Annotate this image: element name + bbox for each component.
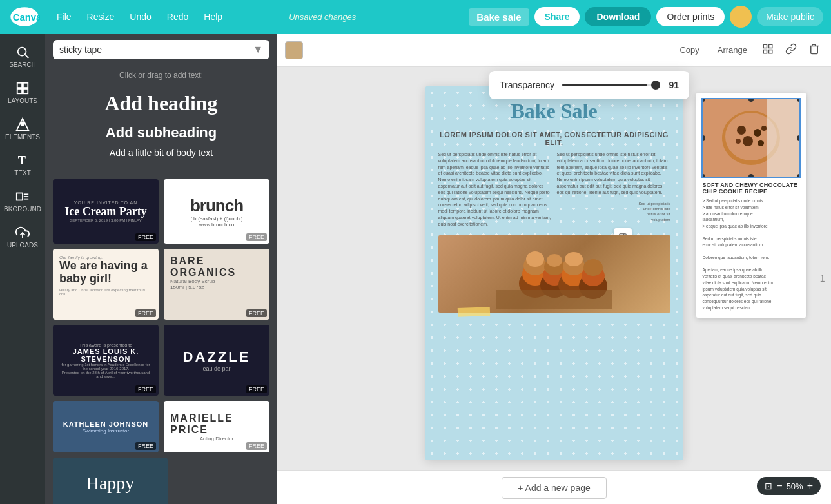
add-body-button[interactable]: Add a little bit of body text xyxy=(53,145,269,163)
sidebar-search-label: SEARCH xyxy=(9,61,36,68)
search-bar-area: ▼ xyxy=(45,34,277,66)
template-card-award[interactable]: This award is presented to JAMES LOUIS K… xyxy=(53,325,159,396)
add-heading-button[interactable]: Add heading xyxy=(53,86,269,121)
sidebar-item-uploads[interactable]: UPLOADS xyxy=(0,219,45,255)
undo-button[interactable]: Undo xyxy=(124,9,156,24)
sidebar-item-search[interactable]: SEARCH xyxy=(0,39,45,75)
nav-right-actions: Bake sale Share Download Order prints Ma… xyxy=(469,6,823,28)
sidebar-elements-label: ELEMENTS xyxy=(5,133,40,141)
template-row-5: Happy xyxy=(53,458,269,504)
kathleen-name: KATHLEEN JOHNSON xyxy=(63,420,149,428)
download-button[interactable]: Download xyxy=(585,7,651,26)
svg-rect-6 xyxy=(17,89,22,93)
grid-icon-button[interactable] xyxy=(759,40,777,60)
canvas-scroll-area[interactable]: Bake Sale LOREM IPSUM DOLOR SIT AMET, CO… xyxy=(277,67,831,470)
recipe-body: > Sed ut perspiciatis unde omnis > iste … xyxy=(703,198,799,311)
transparency-value: 91 xyxy=(663,80,679,90)
text-templates-section: Add heading Add subheading Add a little … xyxy=(53,84,269,166)
resize-button[interactable]: Resize xyxy=(82,9,120,24)
section-divider xyxy=(53,170,269,170)
sidebar-item-background[interactable]: BKGROUND xyxy=(0,183,45,219)
search-input-wrapper[interactable]: ▼ xyxy=(53,40,269,59)
svg-point-43 xyxy=(736,139,741,144)
svg-line-3 xyxy=(25,55,28,58)
search-icon xyxy=(15,45,30,59)
color-swatch[interactable] xyxy=(285,41,303,59)
zoom-in-button[interactable]: + xyxy=(807,481,813,491)
svg-rect-18 xyxy=(763,50,767,53)
svg-point-2 xyxy=(18,48,26,56)
template-card-happy[interactable]: Happy xyxy=(53,458,168,504)
cookie-photo[interactable] xyxy=(703,99,799,177)
add-page-button[interactable]: + Add a new page xyxy=(502,477,607,499)
selection-handle-bm xyxy=(748,174,754,177)
left-panel: ▼ Click or drag to add text: Add heading… xyxy=(45,34,277,504)
svg-rect-17 xyxy=(769,44,772,48)
transparency-track xyxy=(562,84,647,86)
sidebar-uploads-label: UPLOADS xyxy=(7,242,38,249)
file-menu-button[interactable]: File xyxy=(52,9,77,24)
main-layout: SEARCH LAYOUTS ELEMENTS T TEXT xyxy=(0,34,831,504)
free-badge-marielle: FREE xyxy=(246,442,267,450)
arrange-button[interactable]: Arrange xyxy=(711,42,754,58)
order-prints-button[interactable]: Order prints xyxy=(656,7,725,26)
free-badge-brunch: FREE xyxy=(246,233,267,241)
sidebar-item-layouts[interactable]: LAYOUTS xyxy=(0,75,45,111)
canva-logo[interactable]: Canva xyxy=(8,5,41,28)
svg-point-34 xyxy=(583,259,603,276)
design-canvas[interactable]: Bake Sale LOREM IPSUM DOLOR SIT AMET, CO… xyxy=(425,86,683,460)
award-detail: for garnering 1st honors in Academic Exc… xyxy=(59,363,152,371)
zoom-controls: ⊡ − 50% + xyxy=(757,477,821,495)
zoom-value: 50% xyxy=(787,481,803,491)
make-public-button[interactable]: Make public xyxy=(757,7,823,26)
right-col-text: Sed ut perspiciatis unde omnis iste natu… xyxy=(557,151,670,196)
bare-subtitle: Natural Body Scrub xyxy=(170,278,263,284)
template-card-ice-cream[interactable]: YOU'RE INVITED TO AN Ice Cream Party SEP… xyxy=(53,179,159,244)
template-card-kathleen[interactable]: KATHLEEN JOHNSON Swimming Instructor FRE… xyxy=(53,401,159,452)
zoom-out-button[interactable]: − xyxy=(776,481,782,491)
cookie-photo-svg xyxy=(703,99,799,177)
brunch-url: www.brunch.co xyxy=(199,222,234,228)
baby-title: We are having a baby girl! xyxy=(59,260,152,286)
svg-rect-35 xyxy=(496,290,612,309)
template-card-dazzle[interactable]: DAZZLE eau de par FREE xyxy=(164,325,269,396)
template-card-marielle[interactable]: MARIELLE PRICE Acting Director FREE xyxy=(164,401,269,452)
template-row-3: This award is presented to JAMES LOUIS K… xyxy=(53,325,269,396)
elements-icon xyxy=(15,117,30,131)
recipe-card: SOFT AND CHEWY CHOCOLATE CHIP COOKIE REC… xyxy=(696,93,806,318)
canvas-bottom-bar: + Add a new page ⊡ − 50% + xyxy=(277,470,831,504)
search-input[interactable] xyxy=(59,44,249,55)
svg-point-42 xyxy=(758,140,764,146)
layouts-icon xyxy=(15,81,30,95)
svg-point-41 xyxy=(743,136,753,146)
transparency-panel: Transparency 91 xyxy=(489,71,689,99)
canvas-area: Copy Arrange Transpar xyxy=(277,34,831,504)
uploads-icon xyxy=(15,226,30,240)
svg-point-39 xyxy=(737,126,746,135)
share-button[interactable]: Share xyxy=(534,7,580,26)
copy-button[interactable]: Copy xyxy=(673,42,705,58)
link-icon-button[interactable] xyxy=(782,40,800,60)
dazzle-subtitle: eau de par xyxy=(202,365,230,372)
free-badge-award: FREE xyxy=(135,385,156,393)
brunch-title: brunch xyxy=(190,196,243,216)
sidebar-item-elements[interactable]: ELEMENTS xyxy=(0,111,45,147)
transparency-slider[interactable] xyxy=(562,84,656,86)
sidebar-item-text[interactable]: T TEXT xyxy=(0,147,45,183)
svg-rect-19 xyxy=(769,50,772,53)
add-subheading-button[interactable]: Add subheading xyxy=(53,121,269,145)
template-card-brunch[interactable]: brunch [ br(eakfast) + (l)unch ] www.bru… xyxy=(164,179,269,244)
transparency-thumb xyxy=(651,81,660,90)
delete-icon xyxy=(808,43,820,55)
selection-handle-br xyxy=(797,174,799,177)
content-col-right: Sed ut perspiciatis unde omnis iste natu… xyxy=(557,151,670,228)
zoom-fit-icon[interactable]: ⊡ xyxy=(765,481,772,491)
template-card-baby[interactable]: Our family is growing. We are having a b… xyxy=(53,249,159,320)
panel-content: Click or drag to add text: Add heading A… xyxy=(45,66,277,504)
template-card-bare[interactable]: BARE ORGANICS Natural Body Scrub 150ml |… xyxy=(164,249,269,320)
marielle-name: MARIELLE PRICE xyxy=(170,412,263,436)
bake-sale-title: Bake Sale xyxy=(438,99,670,123)
avatar[interactable] xyxy=(730,6,752,28)
ice-cream-subtitle: SEPTEMBER 5, 2019 | 3:00 PM | FINLAY xyxy=(70,218,141,222)
delete-icon-button[interactable] xyxy=(805,40,823,60)
